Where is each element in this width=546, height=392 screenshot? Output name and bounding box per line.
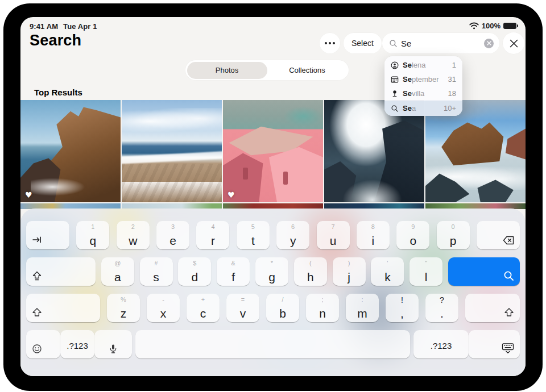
- shift-icon: [31, 307, 43, 318]
- key-primary: p: [437, 235, 470, 247]
- key-primary: d: [178, 271, 211, 283]
- key-secondary: @: [101, 260, 134, 266]
- key-g[interactable]: *g: [255, 257, 288, 286]
- suggestion-sea[interactable]: Sea 10+: [384, 101, 462, 116]
- key-primary: f: [217, 271, 250, 283]
- search-field[interactable]: [382, 33, 499, 53]
- key-space[interactable]: [135, 330, 410, 358]
- key-primary: g: [255, 271, 288, 283]
- key-x[interactable]: -x: [147, 294, 180, 322]
- key-z[interactable]: %z: [107, 294, 140, 322]
- key-secondary: 5: [237, 224, 270, 230]
- key-n[interactable]: ;n: [306, 294, 339, 322]
- photo-art-layer: [122, 108, 222, 135]
- key-c[interactable]: +c: [187, 294, 220, 322]
- key-a[interactable]: @a: [101, 257, 134, 286]
- emoji-icon: [31, 343, 43, 355]
- key-secondary: *: [255, 260, 288, 266]
- tab-icon: [31, 234, 43, 245]
- key-y[interactable]: 6y: [276, 221, 309, 249]
- wifi-icon: [469, 22, 479, 30]
- key-shift-left[interactable]: [26, 294, 100, 322]
- suggestion-selena[interactable]: Selena 1: [384, 58, 462, 72]
- key-secondary: #: [140, 260, 173, 266]
- key-secondary: %: [107, 297, 140, 303]
- key-search[interactable]: [448, 257, 520, 286]
- key-delete[interactable]: [477, 221, 520, 249]
- key-r[interactable]: 4r: [196, 221, 229, 249]
- close-button[interactable]: [503, 32, 524, 54]
- key-shift-right[interactable]: [465, 294, 520, 322]
- tab-collections[interactable]: Collections: [267, 62, 348, 79]
- search-input[interactable]: [401, 39, 474, 48]
- suggestion-sevilla[interactable]: Sevilla 18: [384, 86, 462, 101]
- key-comma[interactable]: !,: [386, 294, 419, 322]
- key-primary: r: [196, 235, 229, 247]
- key-h[interactable]: (h: [294, 257, 327, 286]
- key-t[interactable]: 5t: [237, 221, 270, 249]
- key-numbers-left[interactable]: .?123: [60, 330, 94, 358]
- suggestion-count: 31: [448, 75, 456, 84]
- suggestion-september[interactable]: September 31: [384, 72, 462, 86]
- key-v[interactable]: =v: [226, 294, 259, 322]
- key-dictation[interactable]: [94, 330, 132, 358]
- key-q[interactable]: 1q: [76, 221, 109, 249]
- key-b[interactable]: /b: [266, 294, 299, 322]
- section-title: Top Results: [34, 87, 82, 97]
- key-primary: u: [317, 235, 350, 247]
- key-l[interactable]: "l: [410, 257, 442, 286]
- photo-art-layer: [31, 178, 86, 196]
- key-primary: b: [266, 307, 299, 319]
- photo-art-layer: [122, 164, 222, 202]
- more-button[interactable]: [320, 33, 340, 53]
- photo-thumbnail-3[interactable]: ♥: [223, 100, 323, 202]
- suggestion-rest: villa: [412, 89, 424, 98]
- key-primary: w: [117, 235, 150, 247]
- photo-thumbnail-2[interactable]: [122, 100, 222, 202]
- dismiss-keyboard-icon: [501, 343, 515, 355]
- key-primary: e: [156, 235, 189, 247]
- key-tab[interactable]: [26, 221, 69, 249]
- status-date: Tue Apr 1: [63, 22, 97, 31]
- key-emoji[interactable]: [26, 330, 60, 358]
- key-p[interactable]: 0p: [437, 221, 470, 249]
- key-primary: o: [396, 235, 429, 247]
- key-secondary: -: [147, 297, 180, 303]
- clear-search-icon[interactable]: [484, 39, 494, 48]
- select-button[interactable]: Select: [344, 33, 382, 53]
- key-secondary: ): [333, 260, 366, 266]
- key-primary: v: [226, 307, 259, 319]
- microphone-icon: [94, 343, 132, 355]
- key-o[interactable]: 9o: [396, 221, 429, 249]
- key-secondary: 0: [437, 224, 470, 230]
- key-i[interactable]: 8i: [357, 221, 390, 249]
- key-caps-lock[interactable]: [26, 257, 96, 286]
- close-icon: [510, 39, 518, 48]
- key-j[interactable]: )j: [333, 257, 366, 286]
- key-s[interactable]: #s: [140, 257, 173, 286]
- key-dismiss-keyboard[interactable]: [469, 330, 520, 358]
- tab-photos-label: Photos: [216, 66, 238, 74]
- key-u[interactable]: 7u: [317, 221, 350, 249]
- key-k[interactable]: 'k: [371, 257, 404, 286]
- key-primary: z: [107, 307, 140, 319]
- key-secondary: !: [386, 296, 419, 304]
- key-numbers-right[interactable]: .?123: [413, 330, 469, 358]
- suggestion-rest: ptember: [412, 75, 439, 84]
- key-secondary: 4: [196, 224, 229, 230]
- search-key-magnifier-icon: [503, 270, 515, 282]
- key-primary: h: [294, 271, 327, 283]
- key-w[interactable]: 2w: [117, 221, 150, 249]
- photo-thumbnail-1[interactable]: ♥: [20, 100, 121, 202]
- key-m[interactable]: :m: [346, 294, 379, 322]
- key-d[interactable]: $d: [178, 257, 211, 286]
- key-secondary: ?: [425, 296, 458, 304]
- key-e[interactable]: 3e: [156, 221, 189, 249]
- tab-photos[interactable]: Photos: [187, 62, 267, 79]
- key-secondary: 3: [156, 224, 189, 230]
- key-f[interactable]: &f: [217, 257, 250, 286]
- backspace-icon: [502, 235, 515, 245]
- favorite-heart-icon: ♥: [228, 190, 235, 199]
- key-secondary: 8: [357, 224, 390, 230]
- key-period[interactable]: ?.: [425, 294, 458, 322]
